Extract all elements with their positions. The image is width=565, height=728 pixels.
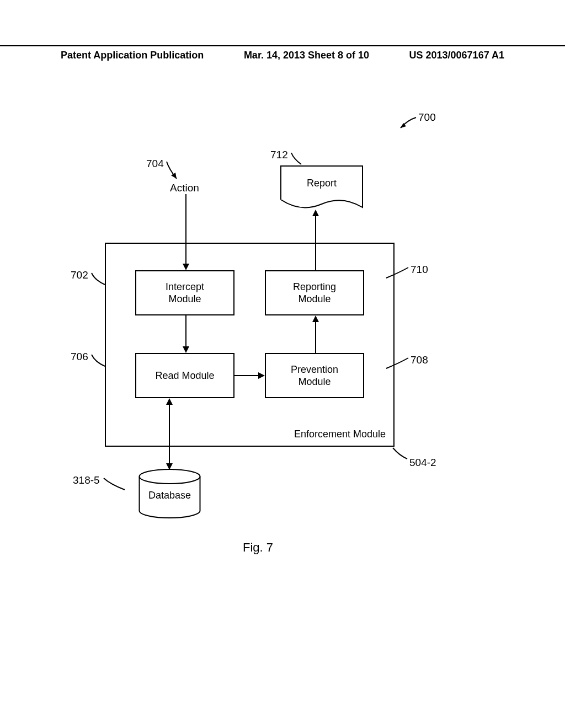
- report-torn-edge: [280, 200, 363, 211]
- ref-intercept-leader: [90, 271, 113, 288]
- reporting-module-box: Reporting Module: [265, 270, 364, 315]
- ref-system: 700: [418, 111, 436, 124]
- database-label: Database: [148, 490, 191, 501]
- ref-prevention: 708: [411, 354, 428, 366]
- database-cylinder: Database: [138, 469, 201, 518]
- reporting-label: Reporting Module: [293, 281, 336, 306]
- ref-intercept: 702: [71, 269, 88, 281]
- ref-action-leader: [166, 160, 185, 182]
- ref-prevention-leader: [384, 356, 411, 372]
- figure-caption: Fig. 7: [243, 540, 273, 555]
- arrow-read-to-prevention: [234, 372, 266, 379]
- ref-enforcement-leader: [391, 446, 413, 462]
- page-header: Patent Application Publication Mar. 14, …: [0, 45, 565, 61]
- ref-enforcement: 504-2: [409, 457, 436, 469]
- arrow-action-to-intercept: [182, 194, 190, 271]
- arrow-prevention-to-reporting: [312, 315, 319, 354]
- action-label: Action: [170, 182, 199, 194]
- ref-system-leader: [396, 116, 418, 132]
- read-module-box: Read Module: [135, 353, 234, 398]
- ref-database-leader: [103, 477, 129, 493]
- report-document: Report: [280, 165, 363, 208]
- enforcement-label: Enforcement Module: [294, 428, 386, 441]
- header-center: Mar. 14, 2013 Sheet 8 of 10: [244, 50, 369, 61]
- header-right: US 2013/0067167 A1: [409, 50, 504, 61]
- arrow-read-database-bidir: [166, 398, 173, 471]
- figure-7-diagram: 700 Action 704 Report 712 Enforcement Mo…: [50, 116, 491, 557]
- read-label: Read Module: [155, 370, 214, 382]
- intercept-module-box: Intercept Module: [135, 270, 234, 315]
- ref-action: 704: [146, 158, 164, 170]
- arrow-reporting-to-report: [312, 210, 319, 271]
- report-label: Report: [307, 178, 337, 189]
- ref-read-leader: [90, 353, 113, 370]
- arrow-intercept-to-read: [182, 315, 190, 354]
- ref-database: 318-5: [73, 474, 100, 486]
- header-left: Patent Application Publication: [61, 50, 204, 61]
- svg-point-1: [140, 469, 200, 484]
- ref-report-leader: [290, 151, 307, 168]
- ref-reporting: 710: [411, 264, 428, 276]
- prevention-label: Prevention Module: [291, 363, 338, 388]
- ref-read: 706: [71, 351, 88, 363]
- ref-report: 712: [270, 149, 288, 161]
- intercept-label: Intercept Module: [166, 281, 204, 306]
- ref-reporting-leader: [384, 266, 411, 281]
- prevention-module-box: Prevention Module: [265, 353, 364, 398]
